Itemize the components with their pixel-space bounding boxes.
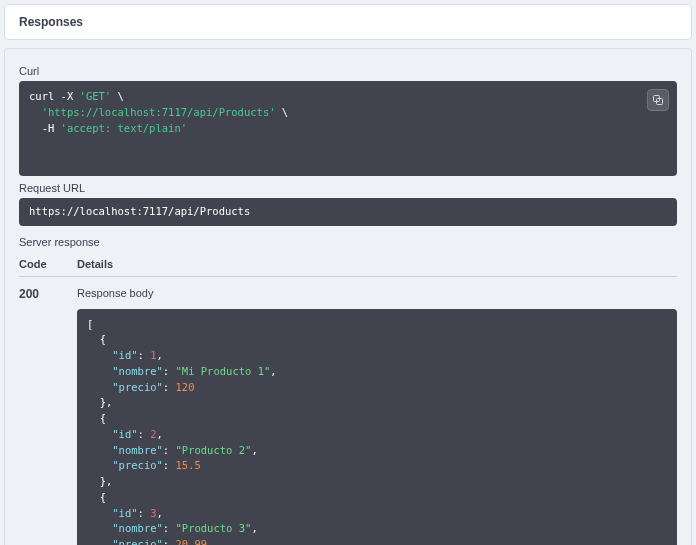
response-body-label: Response body	[77, 287, 677, 299]
status-code: 200	[19, 287, 77, 546]
response-details: Response body [ { "id": 1, "nombre": "Mi…	[77, 287, 677, 546]
details-column-header: Details	[77, 258, 677, 270]
curl-codebox: curl -X 'GET' \ 'https://localhost:7117/…	[19, 81, 677, 176]
server-response-row: 200 Response body [ { "id": 1, "nombre":…	[19, 277, 677, 546]
request-url-value: https://localhost:7117/api/Products	[29, 205, 250, 217]
curl-url: 'https://localhost:7117/api/Products'	[29, 106, 276, 118]
server-response-table-head: Code Details	[19, 252, 677, 277]
curl-bs2: \	[276, 106, 289, 118]
curl-h: -H	[29, 122, 61, 134]
responses-title: Responses	[19, 15, 677, 29]
copy-curl-button[interactable]	[647, 89, 669, 111]
server-response-label: Server response	[19, 236, 677, 248]
code-column-header: Code	[19, 258, 77, 270]
curl-method: 'GET'	[80, 90, 112, 102]
curl-bs1: \	[111, 90, 124, 102]
request-url-label: Request URL	[19, 182, 677, 194]
curl-label: Curl	[19, 65, 677, 77]
copy-icon	[652, 94, 664, 106]
request-url-box: https://localhost:7117/api/Products	[19, 198, 677, 226]
curl-accept: 'accept: text/plain'	[61, 122, 187, 134]
response-body-codebox: [ { "id": 1, "nombre": "Mi Producto 1", …	[77, 309, 677, 546]
response-body-json: [ { "id": 1, "nombre": "Mi Producto 1", …	[87, 318, 277, 546]
curl-text: curl -X	[29, 90, 80, 102]
responses-header-bar: Responses	[4, 4, 692, 40]
response-body-container: Curl curl -X 'GET' \ 'https://localhost:…	[4, 48, 692, 545]
